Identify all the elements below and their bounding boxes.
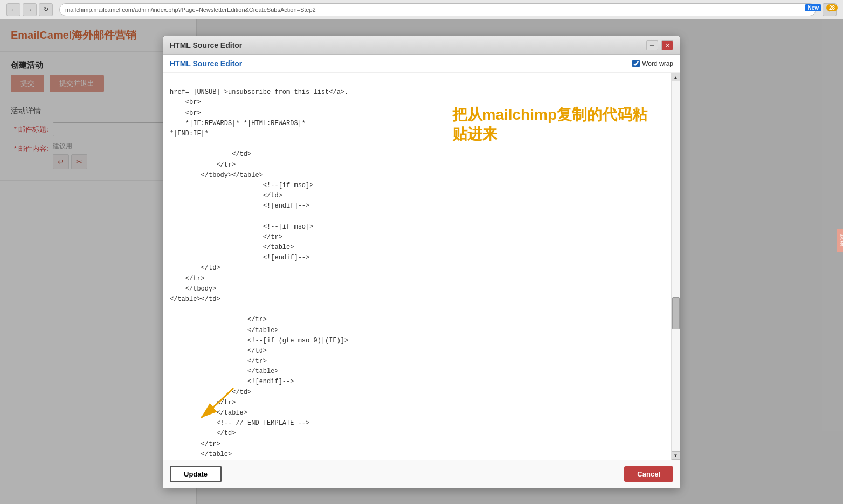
word-wrap-text: Word wrap — [642, 60, 673, 67]
dialog-title-text: HTML Source Editor — [170, 41, 242, 50]
dialog-titlebar: HTML Source Editor ─ ✕ — [163, 36, 680, 55]
notif-badge: 28 — [826, 4, 838, 11]
url-bar[interactable]: mailchimp.mailcamel.com/admin/index.php?… — [59, 3, 816, 16]
dialog-header-title: HTML Source Editor — [170, 59, 242, 68]
window-controls: ─ ✕ — [646, 40, 673, 50]
browser-bar: ← → ↻ mailchimp.mailcamel.com/admin/inde… — [0, 0, 843, 19]
code-editor-area: href= |UNSUB| >unsubscribe from this lis… — [163, 73, 680, 460]
html-source-dialog: HTML Source Editor ─ ✕ HTML Source Edito… — [163, 36, 680, 488]
scrollbar[interactable]: ▲ ▼ — [671, 73, 680, 460]
scroll-up-btn[interactable]: ▲ — [672, 73, 680, 81]
dialog-header: HTML Source Editor Word wrap — [163, 55, 680, 73]
refresh-btn[interactable]: ↻ — [39, 3, 53, 16]
feedback-tab[interactable]: 反馈 — [837, 229, 844, 252]
new-badge: New — [805, 4, 821, 11]
scroll-down-btn[interactable]: ▼ — [672, 451, 680, 460]
modal-overlay: HTML Source Editor ─ ✕ HTML Source Edito… — [0, 19, 843, 504]
back-btn[interactable]: ← — [6, 3, 20, 16]
update-button[interactable]: Update — [170, 466, 222, 482]
word-wrap-label: Word wrap — [632, 60, 673, 67]
word-wrap-checkbox[interactable] — [632, 60, 640, 67]
close-btn[interactable]: ✕ — [661, 40, 673, 50]
code-content[interactable]: href= |UNSUB| >unsubscribe from this lis… — [163, 73, 671, 460]
forward-btn[interactable]: → — [23, 3, 37, 16]
app-container: EmailCamel海外邮件营销 创建活动 提交 提交并退出 活动详情 * 邮件… — [0, 19, 843, 504]
cancel-button[interactable]: Cancel — [624, 466, 673, 482]
dialog-footer: Update Cancel — [163, 460, 680, 488]
minimize-btn[interactable]: ─ — [646, 40, 658, 50]
main-content: HTML Source Editor ─ ✕ HTML Source Edito… — [197, 19, 843, 504]
scrollbar-thumb[interactable] — [672, 297, 680, 329]
